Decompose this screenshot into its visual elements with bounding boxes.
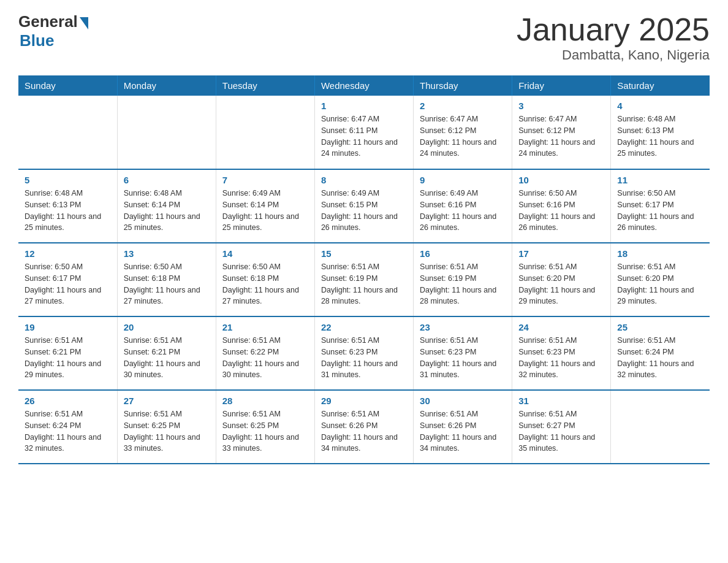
logo: General Blue [18, 12, 88, 50]
day-info: Sunrise: 6:51 AM Sunset: 6:25 PM Dayligh… [222, 408, 308, 454]
day-info: Sunrise: 6:47 AM Sunset: 6:11 PM Dayligh… [321, 113, 407, 159]
day-info: Sunrise: 6:51 AM Sunset: 6:19 PM Dayligh… [420, 261, 506, 307]
day-info: Sunrise: 6:49 AM Sunset: 6:16 PM Dayligh… [420, 188, 506, 234]
column-header-saturday: Saturday [611, 75, 710, 96]
day-info: Sunrise: 6:51 AM Sunset: 6:24 PM Dayligh… [617, 335, 703, 381]
calendar-cell: 26Sunrise: 6:51 AM Sunset: 6:24 PM Dayli… [18, 390, 117, 464]
calendar-week-row: 1Sunrise: 6:47 AM Sunset: 6:11 PM Daylig… [18, 96, 710, 169]
calendar-cell: 10Sunrise: 6:50 AM Sunset: 6:16 PM Dayli… [512, 169, 611, 243]
calendar-cell: 17Sunrise: 6:51 AM Sunset: 6:20 PM Dayli… [512, 243, 611, 316]
day-info: Sunrise: 6:51 AM Sunset: 6:26 PM Dayligh… [321, 408, 407, 454]
day-number: 10 [518, 175, 604, 185]
day-info: Sunrise: 6:51 AM Sunset: 6:24 PM Dayligh… [25, 408, 111, 454]
calendar-cell: 7Sunrise: 6:49 AM Sunset: 6:14 PM Daylig… [216, 169, 314, 243]
day-info: Sunrise: 6:51 AM Sunset: 6:21 PM Dayligh… [25, 335, 111, 381]
day-info: Sunrise: 6:51 AM Sunset: 6:20 PM Dayligh… [518, 261, 604, 307]
day-info: Sunrise: 6:50 AM Sunset: 6:17 PM Dayligh… [25, 261, 111, 307]
day-number: 6 [124, 175, 210, 185]
day-info: Sunrise: 6:47 AM Sunset: 6:12 PM Dayligh… [518, 113, 604, 159]
day-number: 22 [321, 322, 407, 332]
day-number: 9 [420, 175, 506, 185]
day-number: 13 [124, 248, 210, 259]
day-info: Sunrise: 6:51 AM Sunset: 6:21 PM Dayligh… [124, 335, 210, 381]
calendar-subtitle: Dambatta, Kano, Nigeria [517, 47, 710, 63]
calendar-cell: 2Sunrise: 6:47 AM Sunset: 6:12 PM Daylig… [414, 96, 512, 169]
calendar-cell: 16Sunrise: 6:51 AM Sunset: 6:19 PM Dayli… [414, 243, 512, 316]
calendar-week-row: 26Sunrise: 6:51 AM Sunset: 6:24 PM Dayli… [18, 390, 710, 464]
calendar-cell [216, 96, 314, 169]
calendar-cell: 14Sunrise: 6:50 AM Sunset: 6:18 PM Dayli… [216, 243, 314, 316]
day-number: 16 [420, 248, 506, 259]
day-number: 5 [25, 175, 111, 185]
logo-general-text: General [18, 12, 78, 31]
calendar-cell: 21Sunrise: 6:51 AM Sunset: 6:22 PM Dayli… [216, 316, 314, 390]
day-number: 20 [124, 322, 210, 332]
column-header-friday: Friday [512, 75, 611, 96]
day-info: Sunrise: 6:51 AM Sunset: 6:23 PM Dayligh… [420, 335, 506, 381]
logo-triangle-icon [80, 17, 88, 29]
calendar-cell: 18Sunrise: 6:51 AM Sunset: 6:20 PM Dayli… [611, 243, 710, 316]
day-number: 4 [617, 101, 703, 111]
day-number: 8 [321, 175, 407, 185]
page-header: General Blue January 2025 Dambatta, Kano… [18, 12, 710, 63]
day-info: Sunrise: 6:49 AM Sunset: 6:15 PM Dayligh… [321, 188, 407, 234]
logo-blue-text: Blue [20, 31, 54, 50]
day-info: Sunrise: 6:51 AM Sunset: 6:23 PM Dayligh… [518, 335, 604, 381]
calendar-cell: 23Sunrise: 6:51 AM Sunset: 6:23 PM Dayli… [414, 316, 512, 390]
day-number: 31 [518, 396, 604, 406]
calendar-cell: 20Sunrise: 6:51 AM Sunset: 6:21 PM Dayli… [117, 316, 216, 390]
day-info: Sunrise: 6:50 AM Sunset: 6:18 PM Dayligh… [222, 261, 308, 307]
day-info: Sunrise: 6:50 AM Sunset: 6:16 PM Dayligh… [518, 188, 604, 234]
calendar-cell: 22Sunrise: 6:51 AM Sunset: 6:23 PM Dayli… [314, 316, 413, 390]
day-number: 18 [617, 248, 703, 259]
calendar-cell: 3Sunrise: 6:47 AM Sunset: 6:12 PM Daylig… [512, 96, 611, 169]
calendar-cell [18, 96, 117, 169]
day-number: 25 [617, 322, 703, 332]
calendar-cell: 8Sunrise: 6:49 AM Sunset: 6:15 PM Daylig… [314, 169, 413, 243]
day-number: 3 [518, 101, 604, 111]
day-info: Sunrise: 6:48 AM Sunset: 6:14 PM Dayligh… [124, 188, 210, 234]
calendar-cell: 15Sunrise: 6:51 AM Sunset: 6:19 PM Dayli… [314, 243, 413, 316]
day-number: 15 [321, 248, 407, 259]
calendar-cell: 30Sunrise: 6:51 AM Sunset: 6:26 PM Dayli… [414, 390, 512, 464]
day-number: 29 [321, 396, 407, 406]
day-info: Sunrise: 6:48 AM Sunset: 6:13 PM Dayligh… [617, 113, 703, 159]
day-number: 14 [222, 248, 308, 259]
calendar-week-row: 5Sunrise: 6:48 AM Sunset: 6:13 PM Daylig… [18, 169, 710, 243]
day-info: Sunrise: 6:51 AM Sunset: 6:22 PM Dayligh… [222, 335, 308, 381]
day-number: 19 [25, 322, 111, 332]
calendar-cell: 29Sunrise: 6:51 AM Sunset: 6:26 PM Dayli… [314, 390, 413, 464]
day-number: 24 [518, 322, 604, 332]
day-info: Sunrise: 6:50 AM Sunset: 6:17 PM Dayligh… [617, 188, 703, 234]
calendar-cell: 11Sunrise: 6:50 AM Sunset: 6:17 PM Dayli… [611, 169, 710, 243]
calendar-cell: 28Sunrise: 6:51 AM Sunset: 6:25 PM Dayli… [216, 390, 314, 464]
day-info: Sunrise: 6:50 AM Sunset: 6:18 PM Dayligh… [124, 261, 210, 307]
day-info: Sunrise: 6:49 AM Sunset: 6:14 PM Dayligh… [222, 188, 308, 234]
day-number: 30 [420, 396, 506, 406]
day-number: 28 [222, 396, 308, 406]
calendar-cell: 5Sunrise: 6:48 AM Sunset: 6:13 PM Daylig… [18, 169, 117, 243]
calendar-cell: 24Sunrise: 6:51 AM Sunset: 6:23 PM Dayli… [512, 316, 611, 390]
column-header-monday: Monday [117, 75, 216, 96]
calendar-cell: 9Sunrise: 6:49 AM Sunset: 6:16 PM Daylig… [414, 169, 512, 243]
calendar-title: January 2025 [517, 12, 710, 47]
calendar-cell: 1Sunrise: 6:47 AM Sunset: 6:11 PM Daylig… [314, 96, 413, 169]
day-info: Sunrise: 6:51 AM Sunset: 6:19 PM Dayligh… [321, 261, 407, 307]
day-number: 21 [222, 322, 308, 332]
day-info: Sunrise: 6:51 AM Sunset: 6:27 PM Dayligh… [518, 408, 604, 454]
day-info: Sunrise: 6:48 AM Sunset: 6:13 PM Dayligh… [25, 188, 111, 234]
calendar-cell: 25Sunrise: 6:51 AM Sunset: 6:24 PM Dayli… [611, 316, 710, 390]
day-number: 1 [321, 101, 407, 111]
day-number: 23 [420, 322, 506, 332]
calendar-cell: 12Sunrise: 6:50 AM Sunset: 6:17 PM Dayli… [18, 243, 117, 316]
day-number: 17 [518, 248, 604, 259]
calendar-week-row: 19Sunrise: 6:51 AM Sunset: 6:21 PM Dayli… [18, 316, 710, 390]
calendar-cell: 19Sunrise: 6:51 AM Sunset: 6:21 PM Dayli… [18, 316, 117, 390]
title-block: January 2025 Dambatta, Kano, Nigeria [517, 12, 710, 63]
day-number: 11 [617, 175, 703, 185]
column-header-tuesday: Tuesday [216, 75, 314, 96]
calendar-cell [117, 96, 216, 169]
calendar-cell: 6Sunrise: 6:48 AM Sunset: 6:14 PM Daylig… [117, 169, 216, 243]
day-info: Sunrise: 6:51 AM Sunset: 6:26 PM Dayligh… [420, 408, 506, 454]
day-number: 7 [222, 175, 308, 185]
